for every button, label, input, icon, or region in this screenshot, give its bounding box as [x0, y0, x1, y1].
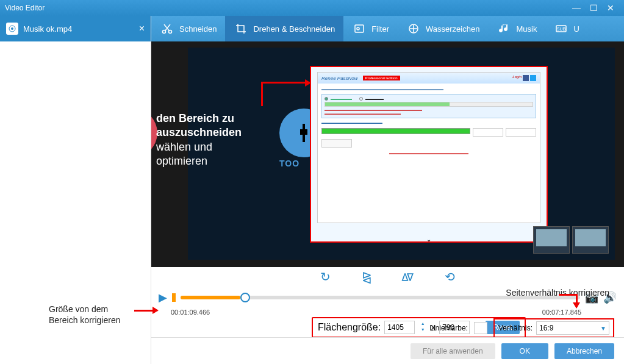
file-tab[interactable]: Musik ok.mp4 × — [0, 16, 151, 41]
tab-subtitle[interactable]: SUB U — [545, 16, 587, 41]
tab-label: U — [573, 24, 579, 34]
preview-area: GO TOO Renee PassNow Professional Editio… — [151, 41, 624, 267]
tab-rotate-crop[interactable]: Drehen & Beschneiden — [225, 16, 343, 41]
preview-app-title: Renee PassNow — [321, 76, 358, 81]
apply-all-button[interactable]: Für alle anwenden — [411, 343, 495, 359]
flip-horizontal-button[interactable]: ⧎ — [359, 269, 376, 284]
tab-filter[interactable]: Filter — [343, 16, 398, 41]
preview-app-badge: Professional Edition — [363, 76, 400, 80]
annotation-size-text: Größe von dem Bereich korrigieren — [49, 304, 121, 326]
tab-label: Schneiden — [179, 24, 217, 34]
close-button[interactable]: ✕ — [602, 2, 619, 13]
annotation-ratio-text: Seitenverhältnis korrigieren — [506, 288, 609, 298]
thumbnail-strip — [533, 226, 609, 254]
scissors-icon — [160, 21, 174, 36]
filter-icon — [352, 21, 367, 36]
linecolor-swatch[interactable] — [474, 322, 487, 334]
size-label: Flächengröße: — [318, 322, 381, 333]
tab-cut[interactable]: Schneiden — [151, 16, 225, 41]
reset-transform-button[interactable]: ⟲ — [442, 269, 459, 284]
timeline-thumb[interactable] — [240, 293, 250, 302]
bg-figure-left — [151, 109, 157, 157]
minimize-button[interactable]: — — [568, 2, 585, 13]
file-icon — [6, 23, 18, 35]
ok-button[interactable]: OK — [501, 343, 548, 359]
preview-app-window: Renee PassNow Professional Edition Login… — [317, 72, 540, 223]
flip-vertical-button[interactable]: ⧎ — [400, 269, 417, 284]
annotation-arrow-size — [134, 310, 157, 312]
svg-point-5 — [357, 27, 359, 30]
file-name: Musik ok.mp4 — [23, 24, 72, 34]
thumbnail[interactable] — [533, 226, 570, 254]
tab-watermark[interactable]: Wasserzeichen — [398, 16, 488, 41]
ratio-value: 16:9 — [539, 324, 553, 332]
rotate-right-button[interactable]: ↻ — [317, 269, 334, 284]
tabbar: Schneiden Drehen & Beschneiden Filter Wa… — [151, 16, 624, 41]
cancel-button[interactable]: Abbrechen — [554, 343, 614, 359]
play-button[interactable]: ▶ — [159, 291, 167, 304]
current-time: 00:01:09.466 — [171, 309, 210, 316]
app-title: Video Editor — [5, 4, 45, 12]
thumbnail[interactable] — [572, 226, 609, 254]
chevron-down-icon[interactable]: ⌄ — [426, 236, 431, 243]
bg-label-right: TOO — [279, 159, 299, 168]
tab-music[interactable]: Musik — [488, 16, 545, 41]
annotation-arrow-crop — [261, 82, 310, 106]
tab-label: Filter — [371, 24, 389, 34]
crop-box[interactable]: Renee PassNow Professional Edition Login… — [310, 66, 548, 243]
maximize-button[interactable]: ☐ — [585, 2, 602, 13]
subtitle-icon: SUB — [554, 21, 568, 36]
titlebar: Video Editor — ☐ ✕ — [0, 0, 624, 16]
width-input[interactable] — [384, 321, 415, 334]
ratio-label: Verhältnis: — [498, 324, 533, 332]
width-spinner[interactable]: ▲▼ — [418, 321, 427, 334]
chevron-down-icon: ▼ — [600, 325, 606, 332]
linecolor-label: Linienfarbe: — [429, 324, 468, 332]
svg-point-3 — [169, 30, 172, 34]
total-time: 00:07:17.845 — [542, 309, 581, 316]
controls-panel: Flächengröße: ▲▼ x ▲▼ Reset Originalgröß… — [151, 316, 624, 322]
ratio-group: Linienfarbe: Verhältnis: 16:9 ▼ — [429, 318, 614, 338]
tab-label: Musik — [516, 24, 537, 34]
svg-point-2 — [163, 30, 166, 34]
tab-label: Wasserzeichen — [426, 24, 479, 34]
svg-text:SUB: SUB — [557, 27, 566, 31]
crop-icon — [234, 21, 248, 36]
tab-label: Drehen & Beschneiden — [253, 24, 335, 34]
transform-toolbar: ↻ ⧎ ⧎ ⟲ — [151, 267, 624, 287]
video-frame[interactable]: GO TOO Renee PassNow Professional Editio… — [188, 48, 615, 260]
music-icon — [497, 21, 511, 36]
footer: Für alle anwenden OK Abbrechen — [151, 337, 624, 364]
watermark-icon — [406, 21, 421, 36]
timeline-start-marker[interactable] — [172, 293, 176, 302]
annotation-arrow-ratio — [576, 294, 578, 307]
svg-point-1 — [11, 27, 13, 30]
ratio-select[interactable]: 16:9 ▼ — [536, 321, 609, 335]
close-file-icon[interactable]: × — [139, 23, 145, 34]
